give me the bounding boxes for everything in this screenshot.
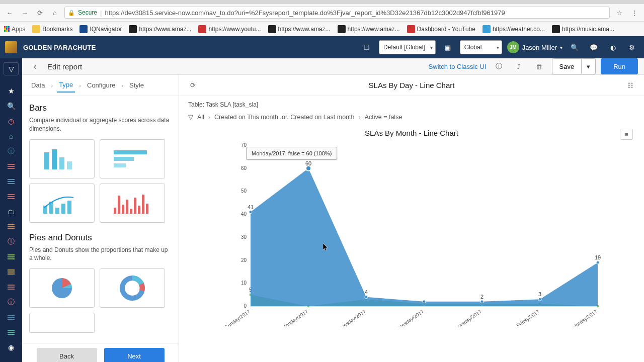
secure-label: Secure (78, 9, 97, 16)
page-title: Edit report (47, 62, 82, 71)
nav-list-icon[interactable] (4, 190, 19, 203)
nav-list-icon[interactable] (4, 220, 19, 233)
section-title-pies: Pies and Donuts (29, 233, 172, 243)
nav-list-icon[interactable] (4, 160, 19, 173)
chart-type-bar-vertical[interactable] (29, 139, 95, 178)
bookmark-item[interactable]: https://music.ama... (552, 25, 614, 33)
browser-back-button[interactable]: ← (4, 7, 15, 18)
bookmark-item[interactable]: Dashboard - YouTube (407, 25, 475, 33)
switch-classic-link[interactable]: Switch to Classic UI (429, 63, 487, 70)
tab-data[interactable]: Data (29, 78, 47, 92)
delete-icon[interactable]: 🗑 (532, 59, 547, 74)
section-title-bars: Bars (29, 103, 172, 113)
svg-rect-12 (114, 208, 116, 214)
nav-favorites-icon[interactable]: ★ (4, 84, 19, 98)
chart-type-histogram[interactable] (100, 184, 165, 223)
chart-type-bar-trend[interactable] (29, 184, 95, 223)
svg-text:Saturday/2017: Saturday/2017 (569, 308, 599, 326)
report-title: SLAs By Day - Line Chart (205, 81, 618, 89)
nav-clock-icon[interactable]: ◷ (4, 115, 19, 128)
wizard-back-button[interactable]: Back (37, 348, 97, 362)
svg-point-41 (249, 211, 252, 214)
nav-list-icon[interactable] (4, 250, 19, 263)
nav-info-icon[interactable]: ⓘ (4, 296, 19, 309)
tab-configure[interactable]: Configure (85, 78, 117, 92)
run-button[interactable]: Run (601, 58, 638, 74)
table-label: Table: Task SLA [task_sla] (188, 101, 635, 108)
svg-point-61 (306, 166, 311, 171)
svg-rect-6 (114, 163, 126, 167)
nav-info-icon[interactable]: ⓘ (4, 235, 19, 248)
browser-home-button[interactable]: ⌂ (49, 7, 60, 18)
svg-point-45 (365, 296, 368, 299)
svg-rect-20 (146, 204, 148, 214)
svg-text:60: 60 (241, 165, 247, 171)
nav-search-icon[interactable]: 🔍 (4, 100, 19, 113)
chart-menu-icon[interactable]: ≡ (620, 129, 633, 140)
filter-icon[interactable]: ▽ (188, 113, 193, 121)
hierarchy-icon[interactable]: ☷ (624, 79, 637, 92)
filter-breadcrumb[interactable]: ▽ All › Created on This month .or. Creat… (188, 113, 635, 121)
share-icon[interactable]: ⤴ (512, 59, 527, 74)
brand-name: GOLDEN PARACHUTE (23, 44, 96, 51)
svg-rect-10 (61, 204, 65, 214)
chart-type-semi[interactable] (29, 313, 95, 333)
save-button[interactable]: Save (552, 58, 582, 74)
scope-select-default[interactable]: Default [Global] (379, 40, 436, 54)
chart-type-bar-horizontal[interactable] (100, 139, 165, 178)
nav-info-icon[interactable]: ⓘ (4, 145, 19, 158)
nav-play-icon[interactable]: ◉ (4, 341, 19, 354)
nav-folder-icon[interactable]: 🗀 (4, 205, 19, 218)
bookmark-item[interactable]: https://www.amaz... (129, 25, 191, 33)
svg-rect-15 (126, 200, 128, 214)
nav-list-icon[interactable] (4, 281, 19, 294)
wizard-tabs: Data › Type › Configure › Style (22, 75, 179, 96)
svg-rect-0 (44, 152, 49, 169)
search-icon[interactable]: 🔍 (568, 40, 582, 54)
browser-reload-button[interactable]: ⟳ (34, 7, 45, 18)
svg-rect-1 (52, 149, 57, 169)
svg-text:Wednesday/2017: Wednesday/2017 (389, 308, 425, 326)
help-icon[interactable]: ◐ (606, 40, 620, 54)
svg-rect-13 (118, 196, 120, 214)
tab-type[interactable]: Type (57, 78, 75, 93)
svg-text:Sunday/2017: Sunday/2017 (224, 308, 252, 326)
browser-forward-button[interactable]: → (19, 7, 30, 18)
refresh-icon[interactable]: ⟳ (186, 79, 199, 92)
svg-text:Tuesday/2017: Tuesday/2017 (338, 308, 367, 326)
bookmark-item[interactable]: IQNavigator (79, 25, 122, 33)
browser-star-button[interactable]: ☆ (614, 7, 625, 18)
clipboard-icon[interactable]: ❐ (360, 40, 374, 54)
apps-button[interactable]: Apps (4, 26, 25, 33)
scope-select-global[interactable]: Global (460, 40, 502, 54)
bookmark-item[interactable]: Bookmarks (32, 25, 72, 33)
gear-icon[interactable]: ⚙ (625, 40, 639, 54)
info-icon[interactable]: ⓘ (492, 59, 507, 74)
back-button[interactable]: ‹ (28, 59, 42, 73)
chart-type-pie[interactable] (29, 268, 95, 308)
bookmark-item[interactable]: https://www.amaz... (338, 25, 400, 33)
chevron-right-icon: › (120, 82, 124, 88)
filter-toggle-icon[interactable]: ▽ (4, 62, 19, 75)
user-menu[interactable]: JM Jason Miller ▾ (507, 41, 562, 53)
viewport-icon[interactable]: ▣ (441, 40, 455, 54)
save-dropdown[interactable]: ▾ (582, 58, 596, 74)
svg-rect-3 (67, 161, 72, 169)
chart-type-donut[interactable] (100, 268, 165, 308)
nav-list-icon[interactable] (4, 175, 19, 188)
bookmark-item[interactable]: https://www.amaz... (268, 25, 331, 33)
nav-list-icon[interactable] (4, 311, 19, 324)
nav-list-icon[interactable] (4, 265, 19, 279)
nav-list-icon[interactable] (4, 326, 19, 339)
chat-icon[interactable]: 💬 (587, 40, 601, 54)
address-bar[interactable]: 🔒 Secure | https://dev30815.service-now.… (64, 7, 610, 19)
svg-rect-14 (122, 205, 124, 214)
browser-menu-button[interactable]: ⋮ (629, 7, 640, 18)
chart-area[interactable]: 010203040506070Task SLA Count5416042319S… (188, 140, 635, 326)
nav-home-icon[interactable]: ⌂ (4, 130, 19, 143)
bookmark-item[interactable]: https://weather.co... (482, 25, 545, 33)
wizard-next-button[interactable]: Next (104, 348, 165, 362)
tab-style[interactable]: Style (127, 78, 146, 92)
svg-rect-19 (142, 195, 144, 214)
bookmark-item[interactable]: https://www.youtu... (198, 25, 261, 33)
